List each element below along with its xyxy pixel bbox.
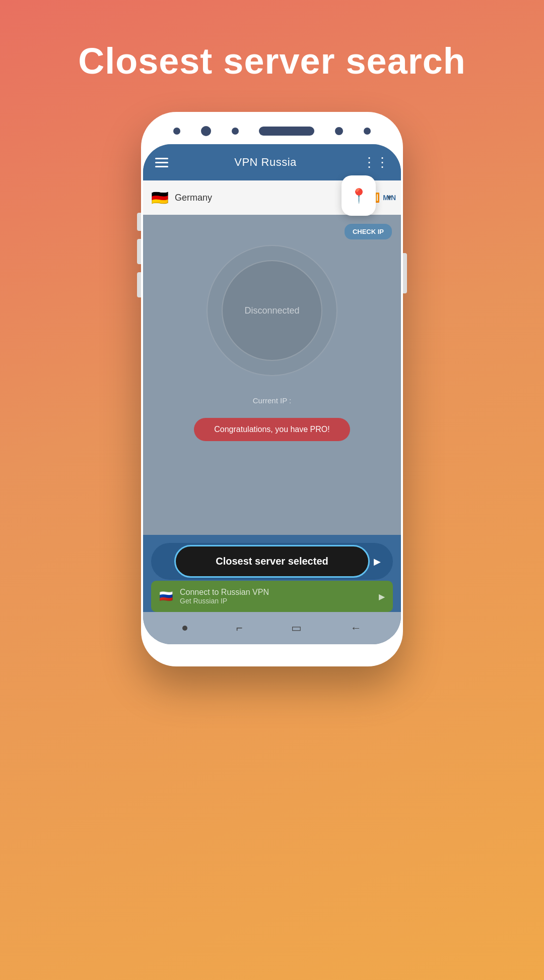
russian-vpn-title: Connect to Russian VPN [180, 588, 372, 597]
location-pin-bubble[interactable]: 📍 [342, 175, 376, 216]
closest-server-row[interactable]: Closest server selected ▶ [151, 543, 393, 580]
volume-up-button [137, 239, 141, 264]
phone-notch [259, 127, 314, 136]
current-ip-label: Current IP : [253, 396, 291, 405]
dot-3 [232, 128, 239, 135]
russian-vpn-text-block: Connect to Russian VPN Get Russian IP [180, 588, 372, 605]
dot-4 [364, 128, 371, 135]
russian-vpn-arrow: ▶ [379, 592, 385, 601]
page-title: Closest server search [78, 40, 465, 82]
phone-screen: VPN Russia ⋮⋮ 🇩🇪 Germany 📶 ▼ 📍 MIN CHECK… [143, 144, 401, 644]
volume-down-button [137, 272, 141, 297]
min-label: MIN [383, 194, 396, 202]
server-selector[interactable]: 🇩🇪 Germany 📶 ▼ 📍 MIN [143, 180, 401, 215]
power-button [137, 213, 141, 231]
check-ip-button[interactable]: CHECK IP [345, 224, 392, 239]
right-button [403, 253, 407, 293]
bottom-nav: ⌐ ▭ ← [143, 612, 401, 644]
nav-back-arrow-icon[interactable]: ← [351, 622, 362, 635]
app-title: VPN Russia [234, 156, 297, 169]
closest-server-arrow: ▶ [374, 556, 381, 567]
pro-banner[interactable]: Congratulations, you have PRO! [194, 418, 350, 441]
front-camera [335, 127, 343, 135]
dot-1 [173, 128, 180, 135]
phone-top-bar [143, 114, 401, 144]
menu-icon[interactable] [155, 158, 168, 167]
phone-right-buttons [403, 253, 407, 293]
connection-status: Disconnected [244, 305, 299, 316]
dot-2 [201, 126, 211, 136]
russian-vpn-subtitle: Get Russian IP [180, 597, 372, 605]
country-flag: 🇩🇪 [151, 190, 169, 206]
vpn-circle-inner[interactable]: Disconnected [222, 260, 322, 361]
share-icon[interactable]: ⋮⋮ [363, 155, 389, 170]
russian-vpn-row[interactable]: 🇷🇺 Connect to Russian VPN Get Russian IP… [151, 581, 393, 612]
closest-server-text: Closest server selected [216, 556, 328, 567]
location-pin-icon: 📍 [350, 188, 368, 204]
phone-left-buttons [137, 213, 141, 297]
vpn-circle-outer[interactable]: Disconnected [207, 245, 337, 376]
main-content: CHECK IP Disconnected Current IP : Congr… [143, 215, 401, 535]
phone-frame: VPN Russia ⋮⋮ 🇩🇪 Germany 📶 ▼ 📍 MIN CHECK… [141, 112, 403, 666]
closest-server-pill[interactable]: Closest server selected [174, 545, 369, 578]
nav-home-dot[interactable] [182, 626, 187, 631]
russian-flag: 🇷🇺 [159, 590, 173, 603]
nav-back-icon[interactable]: ⌐ [236, 622, 243, 635]
country-name: Germany [175, 193, 363, 203]
bottom-action-area: Closest server selected ▶ 🇷🇺 Connect to … [143, 535, 401, 612]
nav-recents-icon[interactable]: ▭ [291, 622, 302, 635]
